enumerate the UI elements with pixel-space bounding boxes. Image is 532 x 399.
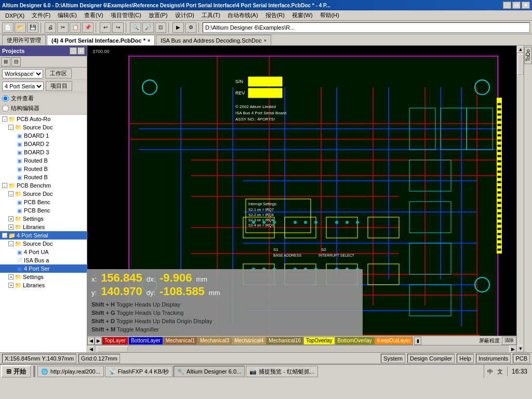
menu-project[interactable]: 项目管理(C) xyxy=(108,11,144,20)
tree-item-pcb-benchm[interactable]: - 📁 PCB Benchm xyxy=(0,181,87,190)
menu-window[interactable]: 视窗(W) xyxy=(289,11,316,20)
tree-item-4port-ua[interactable]: ▣ 4 Port UA xyxy=(0,248,87,256)
layer-tab-bottomoverlay[interactable]: BottomOverlay xyxy=(335,337,375,345)
layer-nav-left[interactable]: ◀ xyxy=(87,337,95,345)
layer-tab-keepout[interactable]: KeepOutLayer xyxy=(375,337,414,345)
scroll-up-btn[interactable]: ▲ xyxy=(517,46,524,53)
menu-dxp[interactable]: DXP(X) xyxy=(2,12,28,19)
sidebar-toolbar-btn1[interactable]: ⊞ xyxy=(1,57,10,66)
view-mode-radio[interactable]: 文件查看 xyxy=(2,94,85,103)
toolbar-zoom-out[interactable]: 🔎 xyxy=(142,22,154,33)
status-system[interactable]: System xyxy=(381,354,405,363)
menu-file[interactable]: 文件(F) xyxy=(29,11,54,20)
menu-autoroute[interactable]: 自动布线(A) xyxy=(224,11,261,20)
right-panel-tab-todo[interactable]: ToDo xyxy=(524,47,532,64)
menu-design[interactable]: 设计(D) xyxy=(172,11,197,20)
scroll-v-thumb[interactable] xyxy=(517,54,524,75)
tree-item-4port[interactable]: - 📁 4 Port Serial xyxy=(0,231,87,240)
expand-settings-1[interactable]: + xyxy=(8,216,14,221)
tree-item-routed-b1[interactable]: ▣ Routed B xyxy=(0,156,87,165)
scroll-v-track[interactable] xyxy=(517,53,524,345)
tree-item-routed-b3[interactable]: ▣ Routed B xyxy=(0,173,87,181)
tab-pcb[interactable]: (4) 4 Port Serial Interface.PcbDoc * × xyxy=(47,35,155,45)
tab-license[interactable]: 使用许可管理 xyxy=(2,35,46,45)
taskbar-item-cap[interactable]: 📷 捕捉预览 - 红蜻蜓抓... xyxy=(246,366,318,377)
tree-item-pcb-benc2[interactable]: ▣ PCB Benc xyxy=(0,206,87,215)
taskbar-item-ie[interactable]: 🌐 http://play.real200... xyxy=(37,366,104,377)
toolbar-open[interactable]: 📂 xyxy=(15,22,26,33)
expand-libraries-1[interactable]: + xyxy=(8,224,14,230)
scroll-left-btn[interactable]: ◀ xyxy=(87,345,95,352)
tab-sch[interactable]: ISA Bus and Address Decoding.SchDoc × xyxy=(156,35,271,45)
status-instruments[interactable]: Instruments xyxy=(476,354,511,363)
expand-source-doc-1[interactable]: - xyxy=(8,125,14,130)
restore-button[interactable]: ▭ xyxy=(512,2,521,9)
tab-close-pcb[interactable]: × xyxy=(148,38,150,43)
tree-item-pcb-benc1[interactable]: ▣ PCB Benc xyxy=(0,198,87,206)
tree-item-pcb-autoro[interactable]: - 📁 PCB Auto-Ro xyxy=(0,115,87,123)
tree-item-settings-2[interactable]: + 📁 Settings xyxy=(0,273,87,281)
scroll-right-btn[interactable]: ▶ xyxy=(509,345,516,352)
pcb-canvas[interactable]: 3700.00 xyxy=(87,46,516,336)
close-button[interactable]: ✕ xyxy=(522,2,530,9)
status-design-compiler[interactable]: Design Compiler xyxy=(407,354,455,363)
expand-source-doc-2[interactable]: - xyxy=(8,191,14,196)
scrollbar-vertical[interactable]: ▲ ▼ xyxy=(516,46,524,352)
expand-pcb-autoro[interactable]: - xyxy=(2,116,7,122)
menu-edit[interactable]: 编辑(E) xyxy=(55,11,80,20)
scroll-h-track[interactable] xyxy=(95,345,509,352)
toolbar-cut[interactable]: ✂ xyxy=(57,22,69,33)
systray-lang1[interactable]: 中 xyxy=(486,368,494,376)
menu-view[interactable]: 查看(V) xyxy=(81,11,107,20)
layer-clear-btn[interactable]: 清除 xyxy=(502,337,516,345)
status-help[interactable]: Help xyxy=(457,354,474,363)
tab-close-sch[interactable]: × xyxy=(264,38,267,43)
sidebar-close[interactable]: × xyxy=(77,47,85,55)
menu-place[interactable]: 放置(P) xyxy=(145,11,171,20)
tree-item-settings-1[interactable]: + 📁 Settings xyxy=(0,215,87,223)
menu-report[interactable]: 报告(R) xyxy=(262,11,288,20)
tree-item-board2[interactable]: ▣ BOARD 2 xyxy=(0,140,87,148)
start-button[interactable]: ⊞ 开始 xyxy=(1,365,31,378)
tree-item-4port-ser[interactable]: ▣ 4 Port Ser xyxy=(0,264,87,273)
expand-settings-2[interactable]: + xyxy=(8,274,14,280)
workspace-button[interactable]: 工作区 xyxy=(45,69,72,78)
tree-item-libraries-2[interactable]: + 📁 Libraries xyxy=(0,281,87,289)
status-pcb[interactable]: PCB xyxy=(513,354,530,363)
expand-4port[interactable]: - xyxy=(2,233,7,238)
layer-tab-mech3[interactable]: Mechanical3 xyxy=(197,337,232,345)
expand-libraries-2[interactable]: + xyxy=(8,283,14,288)
scroll-down-btn[interactable]: ▼ xyxy=(517,345,524,352)
taskbar-item-ftp[interactable]: 📡 FlashFXP 4.4 KB/秒 xyxy=(105,366,172,377)
toolbar-fit[interactable]: ⊡ xyxy=(155,22,166,33)
menu-help[interactable]: 帮助(H) xyxy=(317,11,342,20)
layer-tab-mech4[interactable]: Mechanical4 xyxy=(232,337,266,345)
systray-lang2[interactable]: 文 xyxy=(496,368,504,376)
sidebar-toolbar-btn2[interactable]: ⊟ xyxy=(11,57,21,66)
tree-item-routed-b2[interactable]: ▣ Routed B xyxy=(0,165,87,173)
toolbar-paste[interactable]: 📌 xyxy=(82,22,94,33)
toolbar-debug[interactable]: ⚙ xyxy=(185,22,196,33)
minimize-button[interactable]: _ xyxy=(503,2,511,9)
toolbar-save[interactable]: 💾 xyxy=(27,22,38,33)
toolbar-zoom-in[interactable]: 🔍 xyxy=(130,22,141,33)
toolbar-print[interactable]: 🖨 xyxy=(45,22,56,33)
layer-nav-end[interactable]: ▮ xyxy=(414,337,421,345)
struct-mode-radio[interactable]: 结构编辑器 xyxy=(2,103,85,113)
layer-tab-bottom[interactable]: BottomLayer xyxy=(128,337,163,345)
tree-item-source-doc-3[interactable]: - 📁 Source Doc xyxy=(0,240,87,248)
tree-item-source-doc-2[interactable]: - 📁 Source Doc xyxy=(0,190,87,198)
expand-source-doc-3[interactable]: - xyxy=(8,241,14,246)
layer-tab-top[interactable]: TopLayer xyxy=(102,337,128,345)
toolbar-run[interactable]: ▶ xyxy=(172,22,184,33)
project-dropdown[interactable]: 4 Port Serial Inte xyxy=(2,82,44,91)
scrollbar-horizontal[interactable]: ◀ ▶ xyxy=(87,345,516,352)
tree-item-board1[interactable]: ▣ BOARD 1 xyxy=(0,131,87,140)
tree-item-libraries-1[interactable]: + 📁 Libraries xyxy=(0,223,87,231)
workspace-dropdown[interactable]: Workspace' xyxy=(2,69,43,78)
layer-tab-mech16[interactable]: Mechanical16 xyxy=(266,337,303,345)
menu-tools[interactable]: 工具(T) xyxy=(198,11,223,20)
tree-item-isa-bus[interactable]: 📄 ISA Bus a xyxy=(0,256,87,264)
toolbar-undo[interactable]: ↩ xyxy=(100,22,111,33)
expand-pcb-benchm[interactable]: - xyxy=(2,183,7,188)
